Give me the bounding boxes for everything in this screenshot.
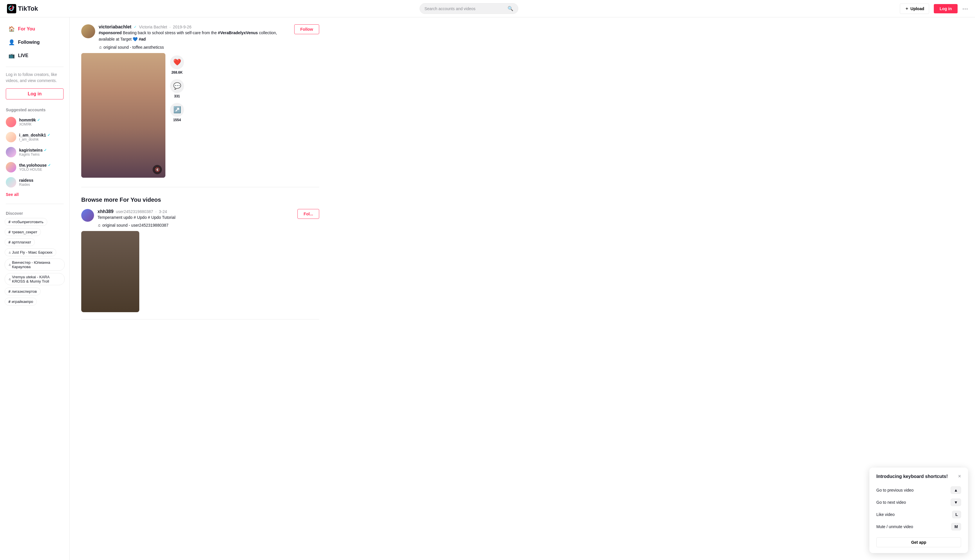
more-options-icon[interactable]: ⋯ <box>962 5 968 12</box>
suggested-account-kagiris[interactable]: kagiristwins ✓ Kagiris Twins <box>0 145 69 160</box>
video-sound[interactable]: ♫ original sound - toffee.aestheticss <box>99 45 291 50</box>
sidebar: 🏠 For You 👤 Following 📺 LIVE Log in to f… <box>0 17 70 333</box>
share-count: 1554 <box>173 118 181 122</box>
account-info-doshik: i_am_doshik1 ✓ i_am_doshik <box>19 133 64 142</box>
browse-author-username[interactable]: xhh389 <box>97 209 114 214</box>
browse-video-details: xhh389 user2452319880387 · 3-24 Temperam… <box>81 209 319 312</box>
display-kagiris: Kagiris Twins <box>19 152 64 157</box>
upload-label: Upload <box>911 7 924 11</box>
see-all-link[interactable]: See all <box>0 190 69 199</box>
music-note-icon: ♫ <box>99 45 102 50</box>
author-username[interactable]: victoriabachlet <box>99 24 132 30</box>
login-prompt: Log in to follow creators, like videos, … <box>0 72 69 88</box>
sidebar-item-following[interactable]: 👤 Following <box>2 36 67 49</box>
account-info-raidess: raidess Raides <box>19 178 64 187</box>
browse-music-note-icon: ♫ <box>97 223 101 228</box>
sidebar-divider <box>6 67 64 67</box>
main-nav: 🏠 For You 👤 Following 📺 LIVE <box>0 23 69 62</box>
layout: 🏠 For You 👤 Following 📺 LIVE Log in to f… <box>0 0 975 333</box>
for-you-label: For You <box>18 27 35 32</box>
verified-badge-homm9k: ✓ <box>37 118 40 122</box>
sidebar-item-live[interactable]: 📺 LIVE <box>2 49 67 62</box>
comment-button[interactable]: 💬 331 <box>170 79 184 98</box>
following-label: Following <box>18 40 40 45</box>
browse-author-avatar[interactable] <box>81 209 94 222</box>
account-info-homm9k: homm9k ✓ ХОМЯК <box>19 118 64 127</box>
plus-icon: ＋ <box>905 6 909 11</box>
tag-justfly[interactable]: ♫Just Fly - Макс Барских <box>5 248 56 256</box>
search-bar[interactable]: 🔍 <box>420 3 518 14</box>
account-info-yolo: the.yolohouse ✓ YOLO HOUSE <box>19 163 64 172</box>
like-count: 268.6K <box>172 70 183 75</box>
browse-sound-text: original sound - user2452319880387 <box>102 223 169 228</box>
browse-follow-button[interactable]: Fol... <box>298 209 319 219</box>
avatar-kagiris <box>6 147 16 157</box>
username-kagiris: kagiristwins ✓ <box>19 148 64 152</box>
video-details: victoriabachlet ✓ Victoria Bachlet · 201… <box>81 24 319 178</box>
browse-video-desc: Temperament updo # Updo # Updo Tutorial <box>97 214 294 221</box>
video-actions: ❤️ 268.6K 💬 331 ↗️ 1554 <box>170 53 184 178</box>
live-icon: 📺 <box>8 52 15 59</box>
browse-video-card: xhh389 user2452319880387 · 3-24 Temperam… <box>81 209 319 319</box>
display-homm9k: ХОМЯК <box>19 122 64 127</box>
display-doshik: i_am_doshik <box>19 137 64 142</box>
suggested-account-raidess[interactable]: raidess Raides <box>0 175 69 190</box>
like-button[interactable]: ❤️ 268.6K <box>170 55 184 75</box>
video-content: 🎵 TikTok 🔇 ❤️ 268.6K <box>81 53 319 178</box>
account-info-kagiris: kagiristwins ✓ Kagiris Twins <box>19 148 64 157</box>
browse-more-title: Browse more For You videos <box>81 197 319 203</box>
share-button[interactable]: ↗️ 1554 <box>170 103 184 122</box>
main-video-card: victoriabachlet ✓ Victoria Bachlet · 201… <box>81 24 319 187</box>
tiktok-logo-icon <box>7 4 16 13</box>
video-thumbnail[interactable]: 🎵 TikTok 🔇 <box>81 53 166 178</box>
username-yolo: the.yolohouse ✓ <box>19 163 64 168</box>
upload-button[interactable]: ＋ Upload <box>900 3 929 14</box>
tag-vremya[interactable]: ♫Vremya utekai - KARA KROSS & Mumiy Trol… <box>5 273 65 285</box>
suggested-account-doshik[interactable]: i_am_doshik1 ✓ i_am_doshik <box>0 130 69 145</box>
display-yolo: YOLO HOUSE <box>19 168 64 172</box>
sidebar-login-button[interactable]: Log in <box>6 88 64 99</box>
author-avatar[interactable] <box>81 24 95 38</box>
author-line: victoriabachlet ✓ Victoria Bachlet · 201… <box>99 24 291 30</box>
sound-text: original sound - toffee.aestheticss <box>104 45 164 50</box>
browse-video-author: xhh389 user2452319880387 · 3-24 Temperam… <box>81 209 319 228</box>
search-icon: 🔍 <box>508 6 513 11</box>
mute-button[interactable]: 🔇 <box>153 165 162 174</box>
username-homm9k: homm9k ✓ <box>19 118 64 122</box>
verified-badge-yolo: ✓ <box>48 163 51 167</box>
tag-liga[interactable]: #лигаэкспертов <box>5 288 41 295</box>
verified-badge-kagiris: ✓ <box>44 148 47 152</box>
username-raidess: raidess <box>19 178 64 183</box>
logo[interactable]: TikTok <box>7 4 38 13</box>
header: TikTok 🔍 ＋ Upload Log in ⋯ <box>0 0 975 17</box>
verified-badge-doshik: ✓ <box>47 133 50 137</box>
comment-count: 331 <box>174 94 180 98</box>
tiktok-logo-text: TikTok <box>18 5 38 12</box>
avatar-raidess <box>6 177 16 188</box>
sidebar-item-for-you[interactable]: 🏠 For You <box>2 23 67 35</box>
avatar-doshik <box>6 132 16 142</box>
login-button[interactable]: Log in <box>934 4 958 13</box>
following-icon: 👤 <box>8 39 15 46</box>
browse-video-date: 3-24 <box>159 209 167 214</box>
browse-video-sound[interactable]: ♫ original sound - user2452319880387 <box>97 223 294 228</box>
follow-button[interactable]: Follow <box>294 24 319 34</box>
suggested-account-homm9k[interactable]: homm9k ✓ ХОМЯК <box>0 115 69 130</box>
browse-author-display: user2452319880387 <box>116 209 153 214</box>
comment-icon: 💬 <box>170 79 184 93</box>
search-input[interactable] <box>425 7 505 11</box>
tag-trevel[interactable]: #тревел_секрет <box>5 228 41 236</box>
video-author-section: victoriabachlet ✓ Victoria Bachlet · 201… <box>81 24 319 50</box>
tag-artplag[interactable]: #артплагиат <box>5 238 35 246</box>
suggested-account-yolo[interactable]: the.yolohouse ✓ YOLO HOUSE <box>0 160 69 175</box>
browse-video-meta: xhh389 user2452319880387 · 3-24 Temperam… <box>97 209 294 228</box>
video-description: #sponsored Beating back to school stress… <box>99 30 291 43</box>
tag-chtoby[interactable]: #чтобыприготовить <box>5 218 47 226</box>
browse-video-thumbnail[interactable] <box>81 231 139 312</box>
tag-igray[interactable]: #играйкакпро <box>5 298 37 305</box>
video-date: · <box>169 25 171 29</box>
author-verified-badge: ✓ <box>134 25 137 29</box>
discover-title: Discover <box>0 209 69 218</box>
sidebar-divider-2 <box>6 204 64 204</box>
tag-vinchester[interactable]: ♫Винчестер - Юлианна Караулова <box>5 258 65 271</box>
